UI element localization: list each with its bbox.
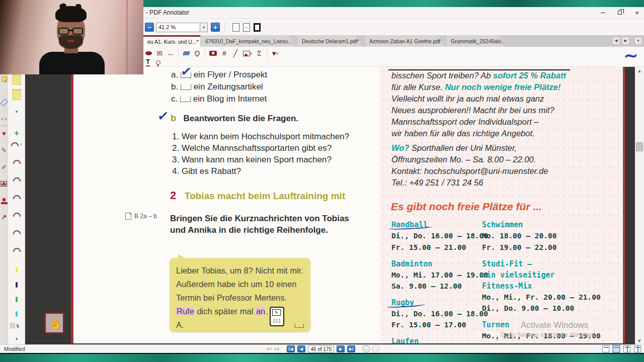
sticky-note-annotation[interactable]: Lieber Tobias, um 8? Nicht mit mir. Auße… [170,258,310,332]
minimize-button[interactable] [599,9,607,17]
keypad-dots [273,319,281,324]
full-page-icon[interactable] [254,23,261,32]
highlighter-preset-purple-icon[interactable] [16,282,18,288]
preset-flyout-panel: ▾ + ˄ k ▾ [8,67,25,344]
first-page-button[interactable]: ◀ [287,345,295,352]
chevron-down-icon[interactable]: ▾ [8,109,25,114]
dropdown-icon[interactable]: ▾ [276,52,278,55]
flip-back-icon[interactable]: ↩ [267,345,272,352]
zoom-dropdown-icon[interactable]: ▾ [200,23,208,32]
pin-tool-icon[interactable] [156,60,160,65]
zoom-out-button[interactable]: − [145,23,154,32]
tab-deutsche-delaram[interactable]: Deutsche Delaram1.pdf* [298,35,362,47]
hand-pointer-stamp[interactable]: ☝ [44,312,64,334]
sticky-note-tool-icon[interactable] [2,76,7,82]
insert-image-tool-icon[interactable]: ▾ [243,49,252,57]
fit-page-icon[interactable] [232,23,239,32]
tab-scroll-prev-button[interactable]: ◀ [612,37,620,45]
stamp-tool-icon[interactable] [1,198,8,204]
arrow-tool-icon[interactable]: ↗ [1,214,8,220]
cursor-artifact: k [17,323,19,329]
text-tool-icon[interactable]: T [146,58,150,66]
highlighter-tool-icon[interactable]: ✐ [1,164,8,170]
crop-tool-icon[interactable]: # [221,49,228,57]
highlighter-preset-yellow-icon[interactable] [16,267,18,273]
scroll-up-icon[interactable]: ▲ [635,67,644,74]
eraser-tool-icon[interactable] [183,49,190,57]
tab-grammatik[interactable]: Grammatik_25245aktiv.pdf* [447,35,504,47]
fit-width-icon[interactable] [243,23,250,32]
zoom-level-input[interactable]: 41.2 % [156,23,200,32]
previous-page-button[interactable]: ◀ [297,345,305,352]
grid-view-icon[interactable] [634,345,641,352]
chart-tool-icon[interactable] [1,181,7,187]
chevron-down-icon[interactable]: ▾ [8,336,25,341]
preset-box-icon[interactable] [10,323,15,328]
tab-menu-button[interactable]: ▾ [634,37,642,45]
sport-studifit-1: Studi-Fit – [482,259,532,268]
where-line-2: Öffnungszeiten Mo. – Sa. 8.00 – 22.00. [391,155,536,164]
history-back-button[interactable]: ← [363,345,370,352]
pen-preset-curve-icon[interactable] [13,195,21,199]
checkbox[interactable] [181,84,191,90]
divider [178,48,179,58]
snapshot-tool-icon[interactable] [209,49,217,57]
next-page-button[interactable]: ▶ [337,345,345,352]
pen-preset-curve-icon[interactable] [13,177,21,182]
single-page-view-icon[interactable] [602,345,609,352]
tab-label: 676310_DaF_kompakt_neu_Loesu... [205,38,292,44]
measure-tool-icon[interactable]: ╱ [232,49,239,57]
highlighter-preset-cyan-icon[interactable] [16,311,18,317]
lasso-tool-icon[interactable]: Ϙ [194,49,201,57]
pen-preset-curve-icon[interactable] [13,248,21,252]
favorites-heart-icon[interactable]: ♥▾ [272,49,279,57]
task-b-heading: b Beantworten Sie die Fragen. [171,113,298,124]
page-number-field[interactable]: 46 of 170 [308,345,334,352]
close-button[interactable]: × [633,9,641,17]
sport-time: Di., Do. 16.00 – 18.00 [391,232,488,240]
restore-button[interactable] [616,9,624,17]
tab-scroll-next-button[interactable]: ▶ [622,37,629,45]
dropdown-icon[interactable]: ▾ [250,52,252,55]
option-row-c: c. ein Blog im Internet [171,94,267,104]
continuous-view-icon[interactable] [613,345,620,352]
history-forward-button[interactable]: → [372,345,379,352]
tab-daf-kompakt[interactable]: 676310_DaF_kompakt_neu_Loesu... [201,35,295,47]
note-preset-icon[interactable] [12,89,21,100]
pen-preset-curve-icon[interactable] [13,160,21,164]
scroll-down-icon[interactable]: ▼ [635,337,644,344]
tab-kurs-und-uebungsbuch[interactable]: eu A1. Kurs- und U...* × [143,35,200,47]
favorites-heart-icon[interactable]: ♥ [1,130,8,137]
facing-pages-view-icon[interactable] [623,345,630,352]
current-pen-preview-icon[interactable]: ∼ [622,46,640,65]
polygon-tool-icon[interactable]: ✉ [156,49,163,57]
pen-preset-curve-icon[interactable] [13,230,21,234]
phone-icon: ✎ [270,307,284,326]
scrollbar-thumb[interactable] [636,142,643,151]
highlighter-preset-green-icon[interactable] [16,297,18,302]
checkbox[interactable] [180,97,191,102]
last-page-button[interactable]: ▶ [347,345,355,352]
zoom-in-button[interactable]: + [211,23,220,32]
where-line-1: Wo? Sporthallen der Uni Münster, [391,143,517,153]
note-preset-icon[interactable] [12,74,21,85]
hand-icon: ☝ [44,313,65,333]
contact-line: Kontakt: hochschulsport@uni-muenster.de [391,166,548,176]
symbol-tool-icon[interactable]: Σ [256,49,263,57]
code-brackets-icon[interactable]: < > [1,117,8,121]
add-preset-button[interactable]: + [8,128,25,138]
pen-tool-icon[interactable]: ✎ [1,147,8,153]
tab-azmoon-zaban[interactable]: Azmoon Zaban A1 Goethe.pdf [365,35,444,47]
dimension-tool-icon[interactable]: ↔ [167,49,174,57]
pen-preset-curve-icon[interactable] [11,142,19,146]
ellipse-tool-icon[interactable] [145,49,152,57]
presenter [0,0,143,74]
handwritten-check-a: ✓ [180,67,193,80]
vertical-scrollbar[interactable]: ▲ ▼ [635,67,644,344]
section-title: Tobias macht beim Lauftraining mit [185,191,346,201]
sport-time: Mo. 18.00 – 20.00 [482,232,556,240]
pen-preset-curve-icon[interactable] [13,213,21,217]
option-letter: a. [171,70,178,79]
paperclip-tool-icon[interactable] [0,99,8,107]
flip-forward-icon[interactable]: ↪ [274,345,279,352]
